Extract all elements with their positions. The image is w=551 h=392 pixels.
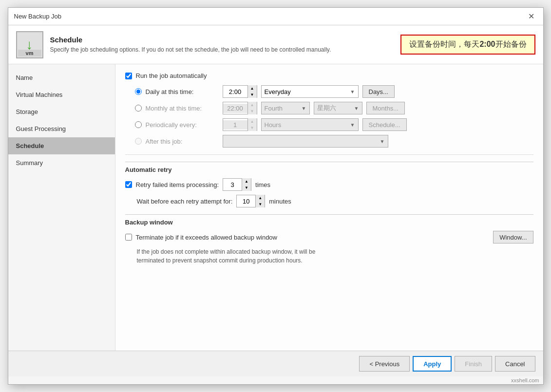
daily-dropdown-arrow: ▼: [350, 89, 355, 94]
retry-spin: ▲ ▼: [223, 178, 251, 191]
wait-spin: ▲ ▼: [236, 195, 265, 207]
monthly-row: Monthly at this time: ▲ ▼ Fourth ▼ 星期六: [135, 102, 533, 114]
days-button[interactable]: Days...: [362, 85, 395, 98]
section-title: Schedule: [50, 36, 394, 44]
after-label: After this job:: [146, 138, 219, 145]
retry-down[interactable]: ▼: [242, 185, 251, 191]
retry-up[interactable]: ▲: [242, 178, 251, 185]
auto-retry-section: Automatic retry Retry failed items proce…: [125, 162, 533, 207]
periodic-label: Periodically every:: [146, 121, 219, 129]
watermark: xxshell.com: [8, 376, 543, 384]
sidebar-item-summary[interactable]: Summary: [8, 154, 115, 171]
auto-retry-header: Automatic retry: [125, 162, 533, 173]
wait-unit: minutes: [269, 198, 291, 205]
apply-button[interactable]: Apply: [413, 356, 452, 372]
divider1: [125, 154, 533, 155]
header-area: ↓ vm Schedule Specify the job scheduling…: [8, 25, 543, 64]
window-button[interactable]: Window...: [493, 231, 533, 243]
monthly-dd1-arrow: ▼: [302, 106, 306, 111]
terminate-label: Terminate job if it exceeds allowed back…: [136, 234, 278, 241]
periodic-spin-btns: ▲ ▼: [247, 118, 257, 131]
periodic-row: Periodically every: ▲ ▼ Hours ▼ Schedule…: [135, 118, 533, 131]
previous-button[interactable]: < Previous: [359, 356, 410, 372]
wait-up[interactable]: ▲: [256, 195, 265, 201]
backup-window-section: Backup window Terminate job if it exceed…: [125, 214, 533, 265]
terminate-row: Terminate job if it exceeds allowed back…: [125, 231, 533, 243]
retry-check-row: Retry failed items processing: ▲ ▼ times: [125, 178, 533, 191]
dialog: New Backup Job ✕ ↓ vm Schedule Specify t…: [8, 7, 544, 385]
daily-time-input[interactable]: [223, 87, 247, 96]
schedule-button[interactable]: Schedule...: [362, 118, 407, 131]
daily-spin-btns: ▲ ▼: [247, 85, 257, 98]
retry-value-input[interactable]: [223, 180, 242, 189]
title-bar: New Backup Job ✕: [8, 8, 543, 25]
footer: < Previous Apply Finish Cancel: [8, 351, 543, 376]
after-dd-arrow: ▼: [380, 139, 385, 144]
close-button[interactable]: ✕: [526, 11, 537, 22]
finish-button[interactable]: Finish: [455, 356, 492, 372]
wait-label: Wait before each retry attempt for:: [137, 198, 233, 205]
backup-window-header: Backup window: [125, 214, 533, 226]
monthly-dropdown2: 星期六 ▼: [314, 102, 362, 114]
sidebar-item-storage[interactable]: Storage: [8, 103, 115, 120]
wait-row: Wait before each retry attempt for: ▲ ▼ …: [137, 195, 533, 207]
cancel-button[interactable]: Cancel: [495, 356, 535, 372]
vm-label: vm: [18, 50, 41, 56]
retry-unit: times: [255, 181, 270, 188]
monthly-time-down[interactable]: ▼: [248, 108, 257, 114]
monthly-spin-btns: ▲ ▼: [247, 102, 257, 114]
monthly-dropdown1: Fourth ▼: [261, 102, 310, 114]
daily-time-spin: ▲ ▼: [223, 85, 257, 98]
periodic-num-input[interactable]: [223, 120, 247, 130]
annotation-bold: 2:00: [479, 40, 495, 48]
wait-down[interactable]: ▼: [256, 201, 265, 207]
months-button[interactable]: Months...: [366, 102, 405, 114]
sidebar-item-name[interactable]: Name: [8, 69, 115, 86]
monthly-time-up[interactable]: ▲: [248, 102, 257, 108]
window-title: New Backup Job: [14, 13, 62, 20]
section-desc: Specify the job scheduling options. If y…: [50, 46, 394, 54]
sidebar-item-guest-processing[interactable]: Guest Processing: [8, 120, 115, 137]
wait-spin-btns: ▲ ▼: [255, 195, 265, 207]
backup-window-desc: If the job does not complete within allo…: [137, 247, 429, 265]
periodic-spin: ▲ ▼: [223, 118, 257, 131]
main-content: Run the job automatically Daily at this …: [115, 64, 543, 351]
daily-radio[interactable]: [135, 88, 142, 95]
annotation-text: 设置备份时间，每天: [409, 40, 479, 48]
periodic-dd-arrow: ▼: [350, 122, 355, 128]
daily-time-up[interactable]: ▲: [248, 85, 257, 92]
retry-spin-btns: ▲ ▼: [242, 178, 251, 191]
header-text: Schedule Specify the job scheduling opti…: [50, 36, 394, 54]
after-dropdown: ▼: [223, 135, 388, 148]
retry-label: Retry failed items processing:: [136, 181, 219, 188]
daily-time-down[interactable]: ▼: [248, 92, 257, 98]
daily-label: Daily at this time:: [146, 88, 219, 95]
monthly-time-input[interactable]: [223, 104, 247, 113]
terminate-left: Terminate job if it exceeds allowed back…: [125, 234, 278, 241]
monthly-label: Monthly at this time:: [146, 105, 219, 112]
run-auto-row: Run the job automatically: [125, 72, 533, 79]
sidebar-item-schedule[interactable]: Schedule: [8, 137, 115, 154]
retry-checkbox[interactable]: [125, 181, 132, 188]
sidebar-item-virtual-machines[interactable]: Virtual Machines: [8, 86, 115, 103]
periodic-down[interactable]: ▼: [248, 125, 257, 131]
daily-dropdown[interactable]: Everyday ▼: [261, 85, 359, 98]
run-auto-label: Run the job automatically: [136, 72, 207, 79]
body-area: Name Virtual Machines Storage Guest Proc…: [8, 64, 543, 351]
monthly-radio[interactable]: [135, 105, 142, 112]
periodic-up[interactable]: ▲: [248, 118, 257, 125]
after-row: After this job: ▼: [135, 135, 533, 148]
sidebar: Name Virtual Machines Storage Guest Proc…: [8, 64, 115, 351]
wait-value-input[interactable]: [237, 197, 255, 206]
annotation-box: 设置备份时间，每天2:00开始备份: [400, 35, 535, 55]
header-icon: ↓ vm: [16, 31, 43, 58]
after-radio[interactable]: [135, 138, 142, 145]
periodic-unit-dropdown: Hours ▼: [261, 118, 359, 131]
daily-row: Daily at this time: ▲ ▼ Everyday ▼ Days.…: [135, 85, 533, 98]
schedule-options: Daily at this time: ▲ ▼ Everyday ▼ Days.…: [135, 85, 533, 148]
monthly-time-spin: ▲ ▼: [223, 102, 257, 114]
terminate-checkbox[interactable]: [125, 234, 132, 241]
run-auto-checkbox[interactable]: [125, 73, 132, 79]
periodic-radio[interactable]: [135, 121, 142, 128]
monthly-dd2-arrow: ▼: [354, 106, 359, 111]
